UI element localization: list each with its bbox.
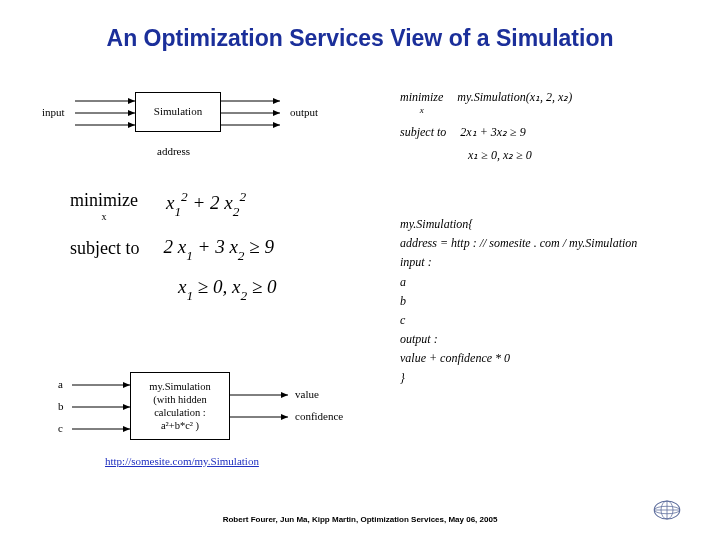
simulation-box: Simulation: [135, 92, 221, 132]
svg-marker-17: [123, 426, 130, 432]
svg-marker-15: [123, 404, 130, 410]
simdef-address: address = http : // somesite . com / my.…: [400, 234, 637, 253]
mysim-l3: calculation :: [154, 406, 206, 419]
simdef-header: my.Simulation{: [400, 215, 637, 234]
objective-small: my.Simulation(x₁, 2, x₂): [457, 90, 572, 105]
simulation-definition: my.Simulation{ address = http : // somes…: [400, 215, 637, 388]
simulation-box-label: Simulation: [154, 105, 202, 119]
minimize-label-small: minimize: [400, 90, 443, 105]
svg-marker-13: [123, 382, 130, 388]
svg-marker-9: [273, 110, 280, 116]
svg-marker-7: [273, 98, 280, 104]
minimize-label: minimize: [70, 190, 138, 211]
input-c: c: [58, 422, 63, 434]
svg-marker-11: [273, 122, 280, 128]
input-b: b: [58, 400, 64, 412]
svg-marker-3: [128, 110, 135, 116]
constraint1-large: 2 x1 + 3 x2 ≥ 9: [164, 236, 274, 262]
simdef-in-c: c: [400, 311, 637, 330]
constraint2-small: x₁ ≥ 0, x₂ ≥ 0: [468, 148, 572, 163]
simdef-output-kw: output :: [400, 330, 637, 349]
address-label: address: [157, 145, 190, 157]
input-a: a: [58, 378, 63, 390]
mysim-l2: (with hidden: [153, 393, 206, 406]
slide-footer: Robert Fourer, Jun Ma, Kipp Martin, Opti…: [0, 515, 720, 524]
svg-marker-19: [281, 392, 288, 398]
slide: An Optimization Services View of a Simul…: [0, 0, 720, 540]
subject-to-label: subject to: [70, 238, 140, 259]
simdef-in-b: b: [400, 292, 637, 311]
mysim-l1: my.Simulation: [149, 380, 210, 393]
input-label: input: [42, 106, 65, 118]
subject-to-label-small: subject to: [400, 125, 446, 140]
output-value: value: [295, 388, 319, 400]
objective-large: x12 + 2 x22: [166, 190, 246, 218]
optimization-problem-small: minimize x my.Simulation(x₁, 2, x₂) subj…: [400, 90, 572, 163]
svg-marker-21: [281, 414, 288, 420]
svg-marker-5: [128, 122, 135, 128]
simulation-url-link[interactable]: http://somesite.com/my.Simulation: [105, 455, 259, 467]
simdef-out-line: value + confidence * 0: [400, 349, 637, 368]
output-label: output: [290, 106, 318, 118]
output-confidence: confidence: [295, 410, 343, 422]
svg-marker-1: [128, 98, 135, 104]
simdef-close: }: [400, 369, 637, 388]
constraint1-small: 2x₁ + 3x₂ ≥ 9: [460, 125, 525, 140]
optimization-problem-large: minimize x x12 + 2 x22 subject to 2 x1 +…: [70, 190, 277, 302]
mysimulation-box: my.Simulation (with hidden calculation :…: [130, 372, 230, 440]
constraint2-large: x1 ≥ 0, x2 ≥ 0: [178, 276, 277, 302]
minimize-var-small: x: [400, 105, 443, 115]
mysim-l4: a²+b*c² ): [161, 419, 199, 432]
simdef-in-a: a: [400, 273, 637, 292]
simdef-input-kw: input :: [400, 253, 637, 272]
minimize-var: x: [70, 211, 138, 222]
